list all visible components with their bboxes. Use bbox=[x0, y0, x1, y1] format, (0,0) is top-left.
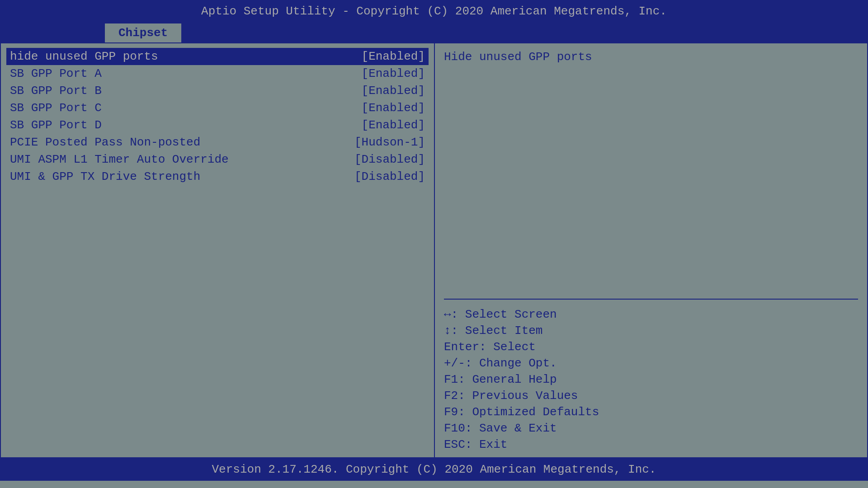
key-help-row: Enter: Select bbox=[444, 339, 858, 355]
settings-value: [Enabled] bbox=[362, 84, 425, 98]
settings-row[interactable]: SB GPP Port A[Enabled] bbox=[10, 65, 425, 82]
footer-text: Version 2.17.1246. Copyright (C) 2020 Am… bbox=[212, 463, 656, 476]
settings-label: SB GPP Port C bbox=[10, 101, 102, 115]
key-help-row: F9: Optimized Defaults bbox=[444, 404, 858, 420]
settings-row[interactable]: UMI & GPP TX Drive Strength[Disabled] bbox=[10, 168, 425, 185]
settings-label: hide unused GPP ports bbox=[10, 50, 158, 63]
settings-label: UMI & GPP TX Drive Strength bbox=[10, 170, 200, 183]
settings-row[interactable]: SB GPP Port D[Enabled] bbox=[10, 117, 425, 134]
settings-row[interactable]: SB GPP Port C[Enabled] bbox=[10, 99, 425, 117]
help-area: Hide unused GPP ports bbox=[444, 48, 858, 294]
settings-label: PCIE Posted Pass Non-posted bbox=[10, 136, 200, 149]
settings-value: [Enabled] bbox=[362, 101, 425, 115]
settings-row[interactable]: SB GPP Port B[Enabled] bbox=[10, 82, 425, 99]
settings-value: [Enabled] bbox=[362, 67, 425, 80]
key-help-row: ↕: Select Item bbox=[444, 323, 858, 339]
settings-value: [Enabled] bbox=[362, 118, 425, 132]
settings-label: SB GPP Port B bbox=[10, 84, 102, 98]
settings-value: [Disabled] bbox=[354, 153, 425, 166]
key-help-row: +/-: Change Opt. bbox=[444, 355, 858, 371]
footer-bar: Version 2.17.1246. Copyright (C) 2020 Am… bbox=[0, 458, 868, 481]
settings-value: [Hudson-1] bbox=[354, 136, 425, 149]
settings-row[interactable]: PCIE Posted Pass Non-posted[Hudson-1] bbox=[10, 134, 425, 151]
divider bbox=[444, 299, 858, 300]
right-panel: Hide unused GPP ports ↔: Select Screen↕:… bbox=[435, 43, 867, 457]
key-help-row: F10: Save & Exit bbox=[444, 420, 858, 436]
settings-row[interactable]: hide unused GPP ports[Enabled] bbox=[6, 48, 429, 65]
chipset-tab[interactable]: Chipset bbox=[104, 23, 182, 42]
main-content: hide unused GPP ports[Enabled]SB GPP Por… bbox=[0, 42, 868, 458]
settings-label: SB GPP Port A bbox=[10, 67, 102, 80]
settings-row[interactable]: UMI ASPM L1 Timer Auto Override[Disabled… bbox=[10, 151, 425, 168]
key-help-row: F1: General Help bbox=[444, 371, 858, 388]
help-description: Hide unused GPP ports bbox=[444, 48, 858, 66]
header-title: Aptio Setup Utility - Copyright (C) 2020… bbox=[201, 5, 667, 18]
settings-value: [Enabled] bbox=[362, 50, 425, 63]
left-panel: hide unused GPP ports[Enabled]SB GPP Por… bbox=[1, 43, 435, 457]
header-bar: Aptio Setup Utility - Copyright (C) 2020… bbox=[0, 0, 868, 42]
settings-label: UMI ASPM L1 Timer Auto Override bbox=[10, 153, 229, 166]
key-help-area: ↔: Select Screen↕: Select ItemEnter: Sel… bbox=[444, 304, 858, 453]
key-help-row: ESC: Exit bbox=[444, 436, 858, 453]
settings-label: SB GPP Port D bbox=[10, 118, 102, 132]
key-help-row: F2: Previous Values bbox=[444, 388, 858, 404]
settings-value: [Disabled] bbox=[354, 170, 425, 183]
key-help-row: ↔: Select Screen bbox=[444, 306, 858, 323]
